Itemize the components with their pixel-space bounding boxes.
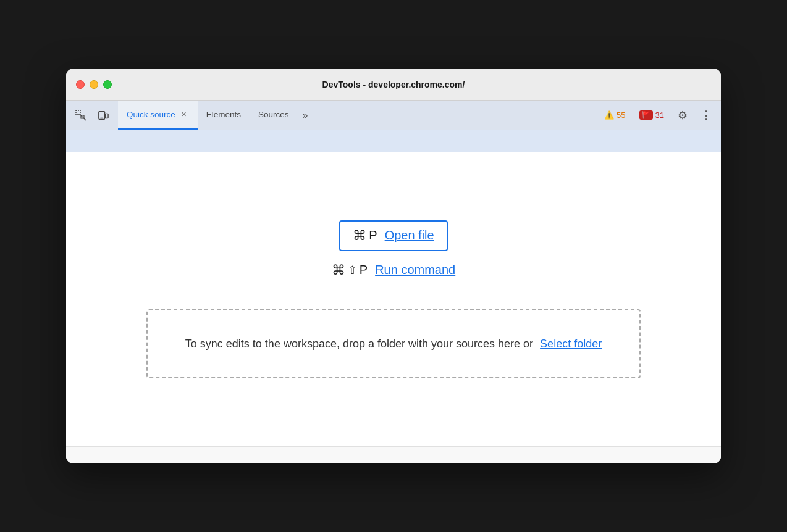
device-toggle-button[interactable]	[93, 106, 113, 125]
run-command-row[interactable]: ⌘ ⇧ P Run command	[319, 256, 468, 285]
tab-bar-tools	[71, 101, 113, 130]
tab-elements[interactable]: Elements	[198, 101, 250, 130]
settings-button[interactable]: ⚙	[673, 106, 692, 125]
tab-quick-source[interactable]: ⌘ P Quick source ✕	[118, 101, 198, 130]
shift-symbol: ⇧	[348, 264, 357, 277]
title-bar: DevTools - developer.chrome.com/	[66, 69, 721, 101]
device-icon	[98, 110, 109, 121]
more-vert-icon: ⋮	[701, 109, 712, 122]
tab-bar: ⌘ P Quick source ✕ Elements Sources » ⚠️…	[66, 101, 721, 130]
tab-sources-label: Sources	[258, 110, 289, 119]
run-command-shortcut: ⌘ ⇧ P	[332, 262, 368, 278]
error-badge[interactable]: 🚩 31	[634, 109, 669, 121]
open-file-link[interactable]: Open file	[385, 228, 434, 243]
tab-elements-label: Elements	[206, 110, 241, 119]
warning-count: 55	[617, 110, 625, 120]
cmd-symbol: ⌘	[353, 228, 366, 244]
svg-rect-2	[106, 114, 109, 118]
drop-zone[interactable]: To sync edits to the workspace, drop a f…	[146, 309, 641, 379]
more-tabs-button[interactable]: »	[298, 101, 313, 130]
open-file-shortcut: ⌘ P	[353, 228, 377, 244]
close-button[interactable]	[76, 80, 85, 89]
error-icon: 🚩	[639, 110, 653, 120]
window-title: DevTools - developer.chrome.com/	[322, 80, 465, 89]
select-folder-link[interactable]: Select folder	[540, 338, 602, 350]
inspect-icon-button[interactable]	[71, 106, 91, 125]
traffic-lights	[76, 80, 112, 89]
secondary-toolbar	[66, 130, 721, 152]
run-command-link[interactable]: Run command	[375, 263, 455, 277]
inspect-icon	[75, 110, 86, 121]
maximize-button[interactable]	[103, 80, 112, 89]
tab-close-icon[interactable]: ✕	[179, 110, 189, 120]
p-key2: P	[360, 263, 368, 277]
drop-zone-text: To sync edits to the workspace, drop a f…	[185, 338, 533, 350]
tab-bar-right: ⚠️ 55 🚩 31 ⚙ ⋮	[599, 101, 716, 130]
cmd-symbol2: ⌘	[332, 262, 345, 278]
tabs-container: ⌘ P Quick source ✕ Elements Sources »	[118, 101, 599, 130]
error-count: 31	[655, 110, 664, 120]
more-tabs-icon: »	[303, 110, 308, 121]
open-file-row[interactable]: ⌘ P Open file	[339, 220, 447, 251]
main-content: ⌘ P Open file ⌘ ⇧ P Run command To sync …	[66, 130, 721, 463]
p-key: P	[369, 228, 377, 243]
devtools-window: DevTools - developer.chrome.com/	[66, 69, 721, 463]
more-options-button[interactable]: ⋮	[696, 106, 716, 125]
svg-rect-0	[76, 110, 80, 115]
settings-icon: ⚙	[678, 109, 688, 122]
minimize-button[interactable]	[90, 80, 98, 89]
content-panel: ⌘ P Open file ⌘ ⇧ P Run command To sync …	[66, 152, 721, 446]
tab-label: Quick source	[127, 110, 175, 119]
warning-icon: ⚠️	[604, 110, 614, 120]
bottom-bar	[66, 446, 721, 463]
warning-badge[interactable]: ⚠️ 55	[599, 109, 630, 121]
tab-sources[interactable]: Sources	[250, 101, 298, 130]
